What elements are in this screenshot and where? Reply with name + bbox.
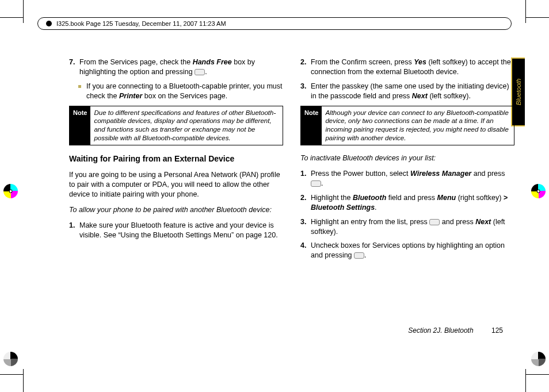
text: (left softkey). [428,92,471,100]
text: Highlight the [311,194,353,202]
note-text: Although your device can connect to any … [322,106,514,145]
sub-bullet: If you are connecting to a Bluetooth-cap… [69,82,283,101]
paragraph: If you are going to be using a Personal … [69,170,283,199]
ok-key-icon [354,252,364,259]
list-item: 2. Highlight the Bluetooth field and pre… [300,193,514,213]
text: Uncheck boxes for Services options by hi… [311,241,505,259]
subheading: Waiting for Pairing from an External Dev… [69,153,283,164]
step-number: 3. [300,82,306,91]
step-number: 2. [300,193,306,203]
note-label: Note [301,106,322,145]
ok-key-icon [311,180,321,187]
left-column: 7. From the Services page, check the Han… [69,57,283,346]
registration-mark-right [531,184,546,198]
list-item: 3. Highlight an entry from the list, pre… [300,217,514,237]
step-number: 2. [300,57,306,67]
note-box: Note Due to different specifications and… [69,106,283,146]
gray-mark-left [3,352,18,366]
text: and press [440,218,475,226]
term-wireless-manager: Wireless Manager [410,170,471,178]
step-number: 1. [300,169,306,179]
ok-key-icon [429,219,440,225]
text: box on the Services page. [142,92,227,100]
step-number: 1. [69,221,75,230]
list-item: 2. From the Confirm screen, press Yes (l… [300,57,514,77]
registration-mark-left [3,184,18,198]
text: Press the Power button, select [311,170,410,178]
page-body: 7. From the Services page, check the Han… [69,57,514,346]
gray-mark-right [531,352,546,366]
term-menu: Menu [437,194,456,202]
term-next: Next [412,92,428,100]
footer-section: Section 2J. Bluetooth [408,326,473,335]
list-item: 3. Enter the passkey (the same one used … [300,82,514,101]
lead-in: To allow your phone to be paired with an… [69,205,283,215]
page-number: 125 [491,326,503,335]
side-tab-label: Bluetooth [515,79,522,105]
page-header: I325.book Page 125 Tuesday, December 11,… [37,17,512,30]
note-text: Due to different specifications and feat… [90,106,283,145]
step-number: 7. [69,57,75,67]
lead-in: To inactivate Bluetooth devices in your … [300,153,514,163]
text: (right softkey) [456,194,504,202]
step-number: 3. [300,217,306,227]
list-item: 1. Press the Power button, select Wirele… [300,169,514,189]
term-bluetooth: Bluetooth [353,194,386,202]
note-label: Note [70,106,90,145]
text: From the Confirm screen, press [311,58,414,66]
term-hands-free: Hands Free [193,58,232,66]
header-bullet-icon [46,21,52,26]
term-printer: Printer [119,92,142,100]
text: Enter the passkey (the same one used by … [311,82,509,100]
page-footer: Section 2J. Bluetooth 125 [69,326,503,335]
text: and press [471,170,505,178]
text: field and press [386,194,437,202]
list-item: 1. Make sure your Bluetooth feature is a… [69,221,283,240]
text: Make sure your Bluetooth feature is acti… [79,221,278,239]
term-yes: Yes [414,58,426,66]
list-item: 4. Uncheck boxes for Services options by… [300,241,514,260]
header-text: I325.book Page 125 Tuesday, December 11,… [56,20,226,27]
ok-key-icon [195,69,205,75]
text: Highlight an entry from the list, press [311,218,429,226]
note-box: Note Although your device can connect to… [300,106,514,146]
list-item: 7. From the Services page, check the Han… [69,57,283,77]
step-number: 4. [300,241,306,251]
text: From the Services page, check the [79,58,193,66]
right-column: 2. From the Confirm screen, press Yes (l… [300,57,514,346]
term-next: Next [475,218,491,226]
